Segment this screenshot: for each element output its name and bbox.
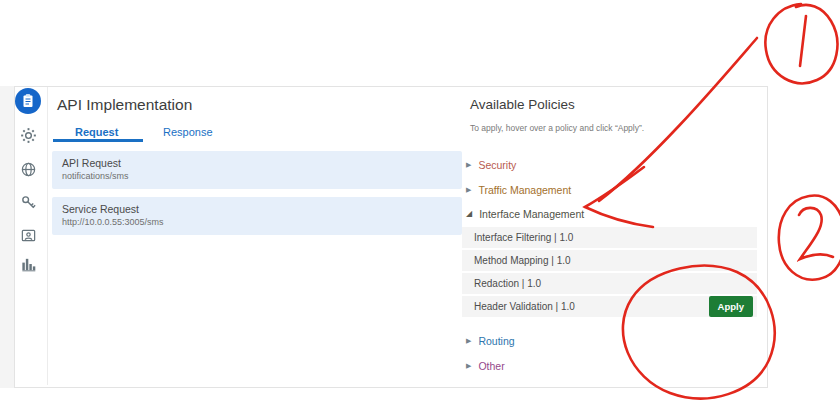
api-request-card[interactable]: API Request notifications/sms (52, 151, 462, 189)
annotation-digit-2 (799, 208, 833, 259)
api-platform-page: API Implementation Request Response API … (0, 0, 840, 400)
chevron-right-icon: ▶ (466, 186, 471, 194)
sidebar-item-implementation[interactable] (15, 88, 41, 114)
service-request-value: http://10.0.0.55:3005/sms (62, 216, 462, 228)
policies-hint: To apply, hover over a policy and click … (470, 123, 644, 133)
sidebar-item-analytics[interactable] (15, 251, 41, 277)
chevron-right-icon: ▶ (466, 161, 471, 169)
annotation-circle-1 (765, 4, 837, 83)
sidebar-item-deployments[interactable] (15, 156, 41, 182)
policy-label: Redaction | 1.0 (474, 278, 541, 289)
section-interface-management[interactable]: ◢ Interface Management (466, 206, 584, 221)
section-routing[interactable]: ▶ Routing (466, 333, 515, 348)
section-security-label: Security (478, 159, 516, 171)
policy-row-method-mapping[interactable]: Method Mapping | 1.0 (462, 250, 757, 271)
section-traffic-management[interactable]: ▶ Traffic Management (466, 182, 571, 197)
service-request-card[interactable]: Service Request http://10.0.0.55:3005/sm… (52, 197, 462, 235)
grants-key-icon (20, 194, 37, 211)
chevron-expanded-icon: ◢ (466, 209, 472, 218)
policies-title: Available Policies (470, 97, 575, 112)
policy-label: Method Mapping | 1.0 (474, 255, 571, 266)
page-gutter (0, 86, 14, 388)
apply-button[interactable]: Apply (709, 296, 753, 317)
page-title: API Implementation (57, 96, 192, 114)
section-traffic-label: Traffic Management (478, 184, 571, 196)
service-request-title: Service Request (62, 202, 462, 216)
annotation-digit-1 (800, 16, 806, 66)
deployments-globe-icon (20, 161, 37, 178)
sidebar-divider (47, 87, 48, 385)
policy-row-header-validation[interactable]: Header Validation | 1.0 Apply (462, 296, 757, 317)
policy-row-redaction[interactable]: Redaction | 1.0 (462, 273, 757, 294)
policy-label: Header Validation | 1.0 (474, 301, 575, 312)
publication-card-icon (20, 227, 37, 244)
api-request-value: notifications/sms (62, 170, 462, 182)
section-other-label: Other (478, 360, 504, 372)
active-tab-underline (53, 139, 143, 142)
analytics-chart-icon (20, 256, 37, 273)
policy-label: Interface Filtering | 1.0 (474, 232, 573, 243)
chevron-right-icon: ▶ (466, 337, 471, 345)
section-interface-label: Interface Management (479, 208, 584, 220)
annotation-circle-2 (779, 195, 840, 279)
sidebar-item-settings[interactable] (15, 122, 41, 148)
section-other[interactable]: ▶ Other (466, 358, 505, 373)
section-security[interactable]: ▶ Security (466, 157, 516, 172)
policy-row-interface-filtering[interactable]: Interface Filtering | 1.0 (462, 227, 757, 248)
sidebar-item-grants[interactable] (15, 189, 41, 215)
tab-request[interactable]: Request (75, 126, 118, 138)
api-request-title: API Request (62, 156, 462, 170)
policy-list: Interface Filtering | 1.0 Method Mapping… (462, 227, 757, 319)
sidebar-item-publication[interactable] (15, 222, 41, 248)
tab-response[interactable]: Response (163, 126, 213, 138)
settings-gear-icon (20, 127, 37, 144)
chevron-right-icon: ▶ (466, 362, 471, 370)
api-implementation-icon (21, 94, 35, 108)
section-routing-label: Routing (478, 335, 514, 347)
